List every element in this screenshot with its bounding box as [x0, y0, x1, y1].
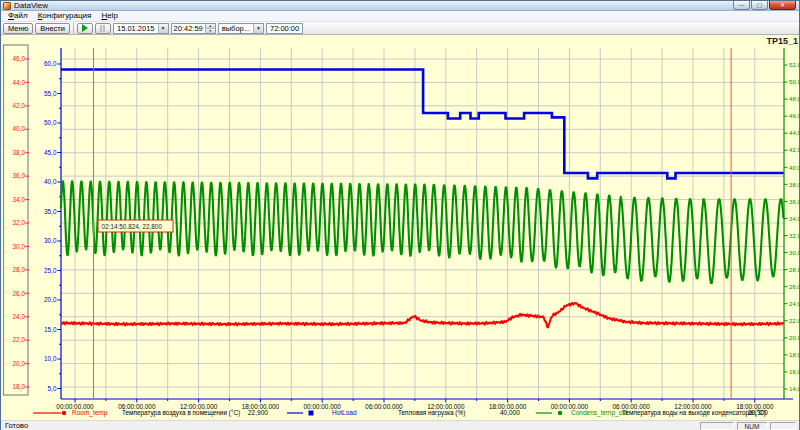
chart-text: 24,0 — [13, 313, 26, 320]
chart-text: 14,0 — [789, 385, 800, 392]
chart-text: 22,900 — [248, 409, 268, 416]
pause-button[interactable] — [95, 23, 111, 34]
time-spinner[interactable]: 20:42:59 ▲ ▼ — [171, 23, 216, 34]
status-bar: Готово NUM — [1, 420, 799, 430]
trend-chart[interactable]: 46,044,042,040,038,036,034,032,030,028,0… — [1, 35, 800, 420]
chart-text: 26,0 — [789, 283, 800, 290]
chart-text: 25,0 — [44, 267, 57, 274]
chevron-down-icon[interactable]: ▼ — [253, 24, 263, 33]
close-button[interactable]: ✕ — [769, 1, 796, 10]
chart-region: 46,044,042,040,038,036,034,032,030,028,0… — [1, 35, 799, 420]
chart-text: 46,0 — [13, 55, 26, 62]
chart-text: 42,0 — [789, 146, 800, 153]
chart-text: 32,0 — [789, 232, 800, 239]
chart-text: 52,0 — [789, 61, 800, 68]
series-room-temp — [61, 303, 784, 328]
chart-text: HotLoad — [332, 409, 357, 416]
legend-item: HotLoadТепловая нагрузка (%)40,000 — [287, 409, 520, 417]
app-window: DataView — ▢ ✕ Файл Конфигурация Help Ме… — [0, 0, 800, 430]
y-axis-green: 52,050,048,046,044,042,040,038,036,034,0… — [784, 48, 800, 399]
time-value: 20:42:59 — [172, 24, 205, 33]
chart-text: 60,0 — [44, 60, 57, 67]
chart-text: TP15_1 — [766, 36, 798, 46]
chart-text: Тепловая нагрузка (%) — [398, 409, 465, 417]
chart-text: 20,0 — [44, 296, 57, 303]
chart-text: 5,0 — [48, 385, 57, 392]
status-panel-num: NUM — [737, 422, 767, 430]
chart-text: 55,0 — [44, 90, 57, 97]
chart-text: 42,0 — [13, 102, 26, 109]
title-bar: DataView — ▢ ✕ — [1, 1, 799, 11]
chart-text: 30,0 — [13, 243, 26, 250]
chart-text: Condens_temp_out — [571, 409, 628, 417]
chart-text: 40,0 — [44, 178, 57, 185]
chart-legend: Room_tempТемпература воздуха в помещении… — [33, 409, 768, 417]
play-icon — [82, 24, 88, 32]
duration-field[interactable]: 72:00:00 — [266, 23, 303, 34]
y-axis-blue: 60,055,050,045,040,035,030,025,020,015,0… — [44, 48, 61, 399]
legend-item: Condens_temp_outТемпература воды на выхо… — [536, 409, 768, 417]
toolbar-separator — [73, 23, 74, 34]
chart-text: 26,0 — [13, 290, 26, 297]
chart-text: 34,0 — [789, 215, 800, 222]
chart-text: 40,0 — [789, 164, 800, 171]
chart-text: Room_temp — [72, 409, 108, 417]
window-title: DataView — [14, 1, 48, 10]
chart-text: 15,0 — [44, 326, 57, 333]
status-panel-scrl — [770, 422, 796, 430]
series-hotload — [61, 69, 784, 178]
chart-text: 24,0 — [789, 300, 800, 307]
chart-text: 44,0 — [13, 79, 26, 86]
chart-text: 44,0 — [789, 129, 800, 136]
chart-text: 16,0 — [789, 368, 800, 375]
chart-title: TP15_1 — [766, 36, 798, 46]
date-value: 15.01.2015 — [114, 24, 158, 33]
chart-text: 18,0 — [13, 383, 26, 390]
chart-text: 30,0 — [789, 249, 800, 256]
apply-button[interactable]: Внести — [35, 23, 70, 34]
chart-text: 46,0 — [789, 112, 800, 119]
menu-button[interactable]: Меню — [3, 23, 33, 34]
chart-text: 20,0 — [13, 360, 26, 367]
chart-text: 40,000 — [500, 409, 520, 416]
date-combobox[interactable]: 15.01.2015 ▼ — [113, 23, 169, 34]
play-button[interactable] — [77, 23, 93, 34]
y-axis-red: 46,044,042,040,038,036,034,032,030,028,0… — [4, 45, 30, 395]
chart-text: 18,0 — [789, 351, 800, 358]
menu-help[interactable]: Help — [96, 11, 122, 21]
app-icon — [3, 2, 11, 10]
chart-text: 36,0 — [13, 172, 26, 179]
maximize-button[interactable]: ▢ — [751, 1, 768, 10]
chart-text: 40,0 — [13, 125, 26, 132]
chart-text: 10,0 — [44, 355, 57, 362]
chart-text: 36,0 — [789, 198, 800, 205]
chart-text: 48,0 — [789, 95, 800, 102]
chart-text: 50,0 — [789, 78, 800, 85]
annotation-flag: 02:14:50.824, 22,800 — [98, 220, 173, 232]
chart-text: 38,0 — [789, 181, 800, 188]
chart-text: 35,0 — [44, 208, 57, 215]
status-panel-cap — [700, 422, 734, 430]
x-axis: 00:00:00.00006:00:00.00012:00:00.00018:0… — [56, 399, 793, 410]
menu-file[interactable]: Файл — [3, 11, 33, 21]
menu-configuration[interactable]: Конфигурация — [33, 11, 97, 21]
chart-text: 28,0 — [13, 266, 26, 273]
chart-text: Температура воздуха в помещении (°C) — [122, 409, 240, 417]
chart-text: Температура воды на выходе конденсатора … — [622, 409, 766, 417]
minimize-button[interactable]: — — [733, 1, 750, 10]
chart-text: 30,0 — [44, 237, 57, 244]
chart-text: 02:14:50.824, 22,800 — [102, 223, 163, 230]
legend-item: Room_tempТемпература воздуха в помещении… — [33, 409, 268, 417]
pause-icon — [100, 25, 102, 32]
spin-down-icon[interactable]: ▼ — [206, 28, 215, 33]
chart-text: 50,0 — [44, 119, 57, 126]
chart-text: 28,0 — [789, 266, 800, 273]
mode-combobox[interactable]: выбор... ▼ — [218, 23, 264, 34]
chart-text: 34,0 — [13, 196, 26, 203]
menu-bar: Файл Конфигурация Help — [1, 11, 799, 22]
chart-text: 22,0 — [13, 336, 26, 343]
chevron-down-icon[interactable]: ▼ — [158, 24, 168, 33]
chart-text: 38,0 — [13, 149, 26, 156]
toolbar: Меню Внести 15.01.2015 ▼ 20:42:59 ▲ ▼ вы… — [1, 22, 799, 35]
mode-value: выбор... — [219, 24, 253, 33]
